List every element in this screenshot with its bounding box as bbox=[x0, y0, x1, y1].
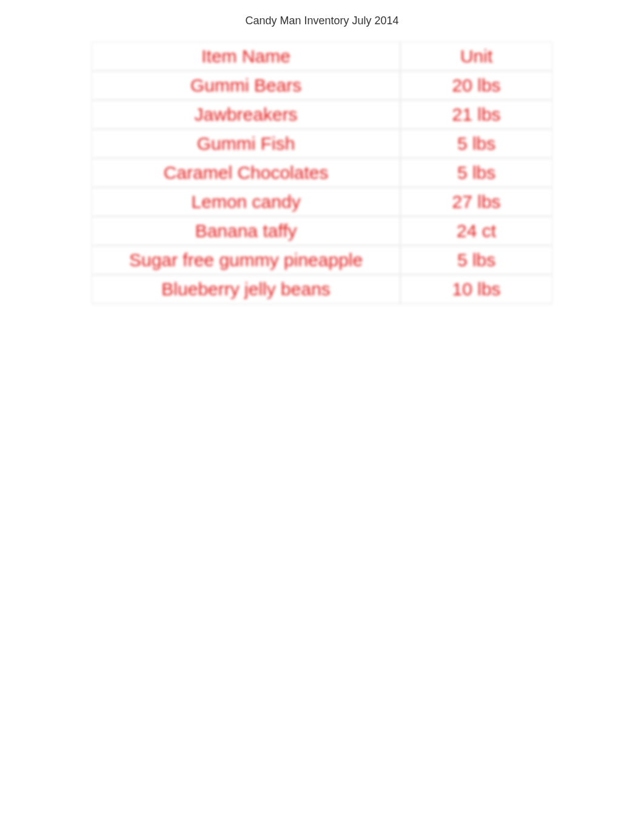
table-row: Sugar free gummy pineapple 5 lbs bbox=[92, 246, 552, 275]
cell-unit: 10 lbs bbox=[400, 275, 552, 304]
table-row: Jawbreakers 21 lbs bbox=[92, 100, 552, 129]
table-row: Caramel Chocolates 5 lbs bbox=[92, 158, 552, 187]
header-item-name: Item Name bbox=[92, 42, 400, 71]
table-row: Blueberry jelly beans 10 lbs bbox=[92, 275, 552, 304]
table-row: Lemon candy 27 lbs bbox=[92, 187, 552, 216]
cell-item-name: Gummi Fish bbox=[92, 129, 400, 158]
cell-unit: 5 lbs bbox=[400, 158, 552, 187]
table-header-row: Item Name Unit bbox=[92, 42, 552, 71]
cell-unit: 21 lbs bbox=[400, 100, 552, 129]
cell-unit: 5 lbs bbox=[400, 246, 552, 275]
cell-unit: 5 lbs bbox=[400, 129, 552, 158]
inventory-table: Item Name Unit Gummi Bears 20 lbs Jawbre… bbox=[92, 42, 552, 304]
table-row: Banana taffy 24 ct bbox=[92, 216, 552, 246]
cell-unit: 27 lbs bbox=[400, 187, 552, 216]
cell-item-name: Sugar free gummy pineapple bbox=[92, 246, 400, 275]
cell-item-name: Jawbreakers bbox=[92, 100, 400, 129]
page-title: Candy Man Inventory July 2014 bbox=[0, 0, 644, 42]
cell-item-name: Lemon candy bbox=[92, 187, 400, 216]
cell-unit: 20 lbs bbox=[400, 71, 552, 100]
inventory-table-container: Item Name Unit Gummi Bears 20 lbs Jawbre… bbox=[92, 42, 552, 304]
table-row: Gummi Bears 20 lbs bbox=[92, 71, 552, 100]
table-row: Gummi Fish 5 lbs bbox=[92, 129, 552, 158]
cell-item-name: Gummi Bears bbox=[92, 71, 400, 100]
cell-item-name: Blueberry jelly beans bbox=[92, 275, 400, 304]
cell-unit: 24 ct bbox=[400, 216, 552, 246]
cell-item-name: Banana taffy bbox=[92, 216, 400, 246]
cell-item-name: Caramel Chocolates bbox=[92, 158, 400, 187]
header-unit: Unit bbox=[400, 42, 552, 71]
